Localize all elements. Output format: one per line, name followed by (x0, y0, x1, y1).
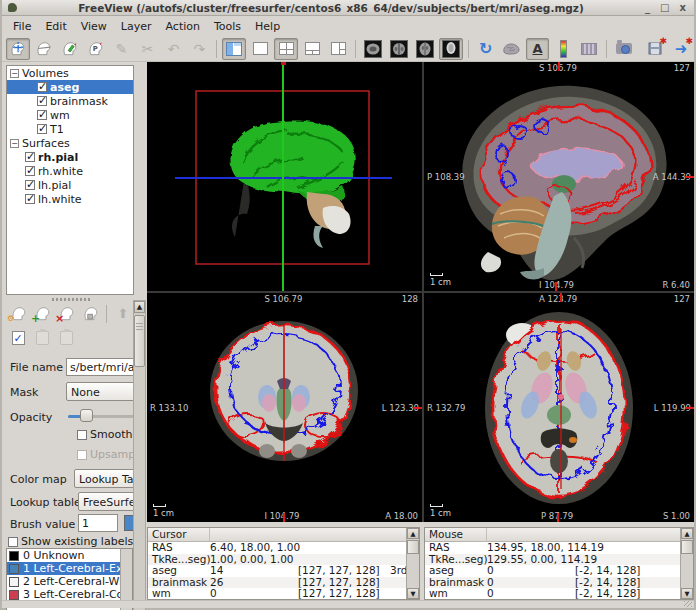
opacity-slider-handle[interactable] (80, 409, 93, 422)
tree-group-volumes[interactable]: − Volumes (7, 66, 133, 80)
layout-1x1-icon (253, 42, 268, 55)
tree-item-rh-pial[interactable]: rh.pial (7, 150, 133, 164)
show-labels-checkbox[interactable] (8, 537, 18, 547)
smooth-checkbox[interactable] (77, 430, 87, 440)
tree-item-lh-pial[interactable]: lh.pial (7, 178, 133, 192)
layout-1x1-button[interactable] (248, 38, 272, 60)
row-value: 0 (487, 588, 575, 600)
scrollbar-handle[interactable] (681, 540, 693, 554)
layer-checkbox[interactable] (37, 96, 47, 106)
layer-checkbox[interactable] (37, 124, 47, 134)
coronal-view-button[interactable] (387, 38, 411, 60)
resize-grip[interactable] (684, 601, 692, 607)
mouse-table-scrollbar[interactable]: ▲ ▼ (680, 528, 693, 599)
scroll-down-arrow-icon[interactable]: ▼ (681, 588, 693, 599)
row-coords: [127, 127, 128] (298, 588, 390, 600)
label-color-swatch (9, 577, 19, 587)
collapse-icon[interactable]: − (10, 69, 19, 78)
viewport-axial[interactable]: A 123.79 127 R 132.79 L 119.99 P 87.79 S… (424, 293, 694, 522)
toolbar-separator (355, 40, 356, 58)
pointset-edit-tool-button[interactable]: P (84, 38, 108, 60)
tree-item-aseg[interactable]: aseg (7, 80, 133, 94)
minimize-button[interactable]: _ (645, 3, 650, 13)
scroll-up-arrow-icon[interactable]: ▲ (407, 528, 419, 539)
show-labels-checkbox-row[interactable]: Show existing labels on (8, 535, 146, 548)
head-save-icon (82, 306, 99, 321)
scrollbar-handle[interactable] (407, 540, 419, 554)
cursor-table-scrollbar[interactable]: ▲ ▼ (406, 528, 419, 599)
panel-splitter[interactable] (52, 298, 92, 301)
colorbar-button[interactable] (551, 38, 575, 60)
viewport-3d[interactable] (147, 62, 422, 291)
copy-settings-button[interactable] (6, 327, 30, 348)
tree-item-t1[interactable]: T1 (7, 122, 133, 136)
sagittal-view-button[interactable] (361, 38, 385, 60)
label-text: 1 Left-Cerebral-Exterio (23, 562, 132, 575)
voxel-edit-icon (61, 41, 78, 56)
layer-settings-button[interactable]: ⚙ (6, 303, 30, 324)
view-3d-button[interactable] (439, 38, 463, 60)
maximize-button[interactable]: □ (660, 3, 669, 13)
menu-file[interactable]: File (6, 17, 38, 36)
new-layer-button[interactable]: + (30, 303, 54, 324)
layout-1n3-button[interactable] (300, 38, 324, 60)
view-3d-icon (442, 40, 460, 58)
viewport-area: S 106.79 127 P 108.39 A 144.39 I 104.79 … (147, 62, 694, 522)
close-button[interactable]: x (680, 3, 686, 13)
polyline-icon: ✂ (142, 42, 154, 56)
collapse-icon[interactable]: − (10, 139, 19, 148)
layer-checkbox[interactable] (25, 194, 35, 204)
list-item-selected[interactable]: 1 Left-Cerebral-Exterio (7, 562, 132, 575)
measure-tool-button[interactable] (32, 38, 56, 60)
panel-scrollbar[interactable]: ▲ ▼ (133, 300, 146, 610)
list-item[interactable]: 2 Left-Cerebral-White- (7, 575, 132, 588)
tree-item-rh-white[interactable]: rh.white (7, 164, 133, 178)
navigate-icon (9, 41, 26, 56)
menu-view[interactable]: View (74, 17, 114, 36)
upsample-label: Upsampl (90, 448, 138, 461)
menu-layer[interactable]: Layer (114, 17, 159, 36)
layout-2x2-button[interactable] (274, 38, 298, 60)
viewport-coronal[interactable]: S 106.79 128 R 133.10 L 123.30 I 104.79 … (147, 293, 422, 522)
tree-item-lh-white[interactable]: lh.white (7, 192, 133, 206)
menu-help[interactable]: Help (248, 17, 287, 36)
scroll-up-arrow-icon[interactable]: ▲ (134, 301, 145, 313)
navigate-tool-button[interactable] (6, 38, 30, 60)
reset-view-icon: ↻ (479, 42, 492, 56)
viewport-sagittal[interactable]: S 106.79 127 P 108.39 A 144.39 I 104.79 … (424, 62, 694, 291)
list-item[interactable]: 0 Unknown (7, 549, 132, 562)
layer-checkbox[interactable] (25, 166, 35, 176)
brush-value-field[interactable]: 1 (78, 514, 118, 532)
layer-checkbox[interactable] (25, 152, 35, 162)
tree-group-surfaces[interactable]: − Surfaces (7, 136, 133, 150)
screenshot-button[interactable] (612, 38, 636, 60)
save-point-button[interactable]: ✱ (643, 38, 667, 60)
close-layer-button[interactable]: × (54, 303, 78, 324)
layout-1n3h-button[interactable] (326, 38, 350, 60)
slice-indicator-tick (560, 293, 562, 302)
axial-view-button[interactable] (413, 38, 437, 60)
row-label: wm (425, 588, 487, 600)
menu-edit[interactable]: Edit (38, 17, 73, 36)
show-control-panel-button[interactable] (222, 38, 246, 60)
layer-checkbox[interactable] (37, 82, 47, 92)
annotation-button[interactable]: A (526, 38, 550, 60)
freeview-window: FreeView (/autofs/cluster/freesurfer/cen… (0, 0, 696, 610)
tree-item-brainmask[interactable]: brainmask (7, 94, 133, 108)
menu-action[interactable]: Action (159, 17, 207, 36)
slice-frames-button[interactable] (577, 38, 601, 60)
layer-checkbox[interactable] (25, 180, 35, 190)
voxel-edit-tool-button[interactable] (58, 38, 82, 60)
show-surface-button[interactable] (500, 38, 524, 60)
reset-view-button[interactable]: ↻ (474, 38, 498, 60)
layout-2x2-icon (279, 42, 294, 55)
layer-checkbox[interactable] (37, 110, 47, 120)
goto-point-button[interactable]: ➜ ✱ (669, 38, 693, 60)
save-layer-button[interactable] (78, 303, 102, 324)
scroll-up-arrow-icon[interactable]: ▲ (681, 528, 693, 539)
scroll-down-arrow-icon[interactable]: ▼ (407, 588, 419, 599)
tree-item-label: T1 (50, 123, 64, 136)
tree-item-wm[interactable]: wm (7, 108, 133, 122)
tree-group-label: Surfaces (22, 137, 70, 150)
menu-tools[interactable]: Tools (207, 17, 248, 36)
